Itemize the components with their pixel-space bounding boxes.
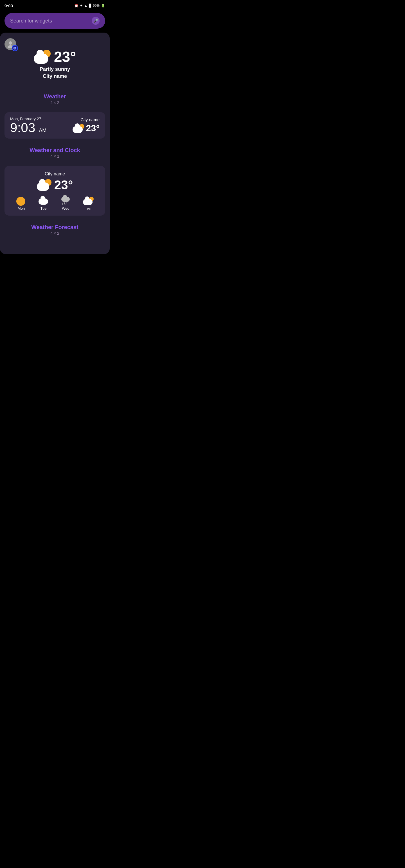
- thu-cloud-icon: [83, 199, 92, 205]
- mic-icon[interactable]: 🎤: [92, 17, 99, 25]
- forecast-city: City name: [10, 172, 99, 177]
- cloud-icon-med: [37, 182, 49, 191]
- forecast-days: Mon Tue Wed: [10, 197, 99, 211]
- forecast-temp-med: 23°: [54, 179, 73, 191]
- clock-city: City name: [81, 117, 99, 122]
- cloud-icon-large: [34, 54, 48, 64]
- battery-level: 99%: [93, 4, 99, 8]
- weather-temp-large: 23°: [54, 50, 76, 64]
- forecast-main-row: 23°: [37, 179, 73, 191]
- day-label-tue: Tue: [40, 206, 47, 211]
- clock-time-row: 9:03 AM: [10, 121, 47, 134]
- forecast-icon-med: [37, 179, 52, 191]
- rain-lines: [62, 203, 66, 205]
- weather-city: City name: [43, 73, 67, 79]
- status-time: 9:03: [4, 3, 13, 8]
- weather-main-row: 23°: [34, 50, 76, 64]
- clock-right: City name 23°: [73, 117, 99, 133]
- weather-description: Partly sunny: [40, 66, 70, 72]
- forecast-day-wed: Wed: [61, 197, 71, 211]
- forecast-day-thu: Thu: [83, 197, 94, 211]
- forecast-day-tue: Tue: [38, 197, 49, 211]
- widget2-size: 4 × 1: [0, 154, 110, 158]
- wifi-icon: ▲: [84, 4, 87, 8]
- day-label-mon: Mon: [18, 206, 25, 211]
- status-bar: 9:03 ⏰ ✦ ▲ ▉ 99% 🔋: [0, 0, 110, 10]
- widget1-label: Weather 2 × 2: [0, 88, 110, 106]
- status-icons: ⏰ ✦ ▲ ▉ 99% 🔋: [74, 4, 105, 8]
- clock-weather-row: 23°: [73, 123, 99, 133]
- rain-line-3: [65, 203, 66, 205]
- day-icon-thu: [83, 197, 94, 205]
- forecast-day-mon: Mon: [16, 197, 26, 211]
- weather-icon-small: [73, 124, 84, 133]
- clock-time-value: 9:03: [10, 120, 35, 135]
- rain-line-1: [62, 203, 63, 205]
- day-label-thu: Thu: [85, 207, 91, 211]
- widget1-size: 2 × 2: [0, 100, 110, 105]
- clock-ampm: AM: [39, 128, 47, 133]
- clock-left: Mon, February 27 9:03 AM: [10, 117, 47, 134]
- rain-line-2: [63, 203, 65, 205]
- widget3-title: Weather Forecast: [0, 224, 110, 230]
- bluetooth-icon: ✦: [80, 4, 83, 8]
- avatar-badge-inner: [13, 46, 16, 50]
- bottom-spacer: [0, 237, 110, 246]
- widget-forecast[interactable]: City name 23° Mon Tue: [4, 166, 105, 216]
- cloud-icon-small: [73, 126, 83, 133]
- widget2-title: Weather and Clock: [0, 147, 110, 153]
- main-content: 23° Partly sunny City name Weather 2 × 2…: [0, 33, 110, 254]
- widget-clock-weather[interactable]: Mon, February 27 9:03 AM City name 23°: [4, 112, 105, 138]
- day-icon-mon: [16, 197, 26, 205]
- widget2-label: Weather and Clock 4 × 1: [0, 142, 110, 160]
- widget3-size: 4 × 2: [0, 231, 110, 236]
- alarm-icon: ⏰: [74, 4, 79, 8]
- svg-point-0: [9, 41, 12, 45]
- sun-full-icon: [16, 197, 25, 206]
- widget-weather-2x2: 23° Partly sunny City name: [0, 33, 110, 88]
- search-placeholder: Search for widgets: [10, 18, 52, 24]
- day-label-wed: Wed: [62, 206, 69, 211]
- signal-icon: ▉: [89, 4, 91, 8]
- avatar-area: [4, 38, 16, 50]
- weather-icon-large: [34, 50, 51, 64]
- avatar-badge: [12, 45, 18, 51]
- cloud-day-icon: [38, 198, 48, 205]
- search-bar-container: Search for widgets 🎤: [0, 10, 110, 33]
- search-bar[interactable]: Search for widgets 🎤: [4, 13, 105, 29]
- clock-time: 9:03 AM: [10, 120, 47, 135]
- day-icon-wed: [61, 197, 71, 205]
- battery-icon: 🔋: [101, 4, 105, 8]
- widget3-label: Weather Forecast 4 × 2: [0, 218, 110, 237]
- widget1-title: Weather: [0, 93, 110, 100]
- day-icon-tue: [38, 197, 49, 205]
- clock-temp: 23°: [86, 123, 99, 133]
- rain-cloud-icon: [61, 197, 70, 202]
